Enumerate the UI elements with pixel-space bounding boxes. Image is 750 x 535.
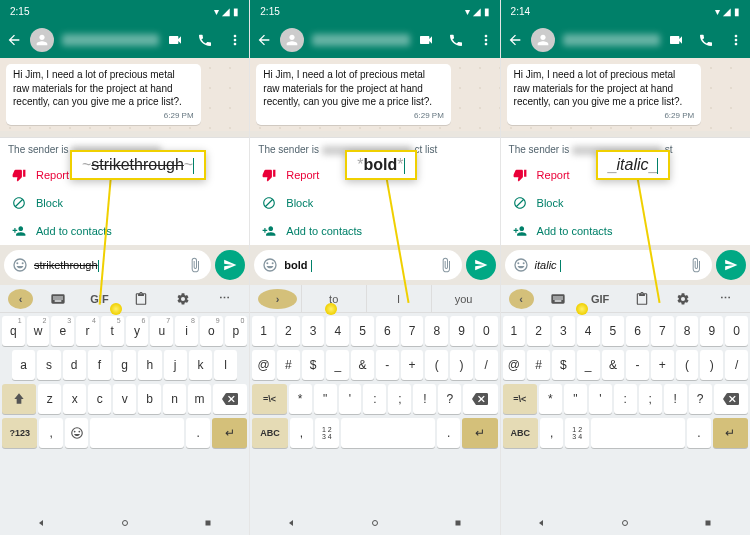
more-icon[interactable] <box>728 32 744 48</box>
enter-key[interactable]: ↵ <box>212 418 247 448</box>
video-call-icon[interactable] <box>418 32 434 48</box>
nav-home-icon[interactable] <box>619 517 631 529</box>
key[interactable]: ) <box>450 350 473 380</box>
key-8[interactable]: 8 <box>676 316 699 346</box>
key[interactable]: - <box>376 350 399 380</box>
attach-icon[interactable] <box>688 257 704 273</box>
key-q[interactable]: q1 <box>2 316 25 346</box>
key-7[interactable]: 7 <box>401 316 424 346</box>
nav-back-icon[interactable] <box>36 517 48 529</box>
key-1[interactable]: 1 <box>252 316 275 346</box>
attach-icon[interactable] <box>438 257 454 273</box>
key-0[interactable]: 0 <box>725 316 748 346</box>
key[interactable]: ? <box>438 384 461 414</box>
numpad-key[interactable]: 1 23 4 <box>315 418 339 448</box>
key[interactable]: z <box>38 384 61 414</box>
nav-back-icon[interactable] <box>286 517 298 529</box>
key[interactable]: & <box>602 350 625 380</box>
key-9[interactable]: 9 <box>700 316 723 346</box>
kb-more-icon[interactable]: ⋯ <box>704 285 746 312</box>
message-bubble[interactable]: Hi Jim, I need a lot of precious metal r… <box>507 64 702 125</box>
key[interactable]: ( <box>676 350 699 380</box>
period-key[interactable]: . <box>186 418 210 448</box>
key-3[interactable]: 3 <box>302 316 325 346</box>
key[interactable]: j <box>164 350 187 380</box>
send-button[interactable] <box>466 250 496 280</box>
key[interactable]: + <box>651 350 674 380</box>
key[interactable]: # <box>277 350 300 380</box>
key-5[interactable]: 5 <box>602 316 625 346</box>
suggestion[interactable]: I <box>366 285 431 312</box>
more-icon[interactable] <box>227 32 243 48</box>
comma-key[interactable]: , <box>290 418 314 448</box>
nav-home-icon[interactable] <box>119 517 131 529</box>
key[interactable]: * <box>289 384 312 414</box>
key[interactable]: $ <box>552 350 575 380</box>
avatar[interactable] <box>30 28 54 52</box>
key-9[interactable]: 9 <box>450 316 473 346</box>
key[interactable]: h <box>138 350 161 380</box>
key[interactable]: l <box>214 350 237 380</box>
kb-settings-icon[interactable] <box>162 285 204 312</box>
block-button[interactable]: Block <box>250 189 499 217</box>
avatar[interactable] <box>531 28 555 52</box>
add-contact-button[interactable]: Add to contacts <box>501 217 750 245</box>
kb-more-icon[interactable]: ⋯ <box>204 285 246 312</box>
key[interactable]: _ <box>577 350 600 380</box>
kb-clipboard-icon[interactable] <box>120 285 162 312</box>
key[interactable]: x <box>63 384 86 414</box>
message-bubble[interactable]: Hi Jim, I need a lot of precious metal r… <box>256 64 451 125</box>
contact-name[interactable] <box>563 34 660 46</box>
key[interactable]: ! <box>664 384 687 414</box>
key-u[interactable]: u7 <box>150 316 173 346</box>
space-key[interactable] <box>591 418 685 448</box>
emoji-key[interactable] <box>65 418 89 448</box>
key-o[interactable]: o9 <box>200 316 223 346</box>
kb-settings-icon[interactable] <box>663 285 705 312</box>
kb-collapse-icon[interactable]: ‹ <box>509 289 534 309</box>
key-w[interactable]: w2 <box>27 316 50 346</box>
backspace-key[interactable] <box>463 384 497 414</box>
backspace-key[interactable] <box>213 384 247 414</box>
enter-key[interactable]: ↵ <box>462 418 497 448</box>
key-4[interactable]: 4 <box>326 316 349 346</box>
back-icon[interactable] <box>507 32 523 48</box>
key[interactable]: " <box>314 384 337 414</box>
emoji-icon[interactable] <box>513 257 529 273</box>
key[interactable]: ) <box>700 350 723 380</box>
key[interactable]: b <box>138 384 161 414</box>
space-key[interactable] <box>90 418 184 448</box>
kb-expand-icon[interactable]: › <box>258 289 296 309</box>
key-2[interactable]: 2 <box>527 316 550 346</box>
key[interactable]: _ <box>326 350 349 380</box>
key[interactable]: + <box>401 350 424 380</box>
back-icon[interactable] <box>256 32 272 48</box>
key[interactable]: - <box>626 350 649 380</box>
key[interactable]: : <box>614 384 637 414</box>
key[interactable]: # <box>527 350 550 380</box>
key[interactable]: ; <box>639 384 662 414</box>
key[interactable]: $ <box>302 350 325 380</box>
kb-keyboard-icon[interactable] <box>538 285 580 312</box>
key-r[interactable]: r4 <box>76 316 99 346</box>
key[interactable]: : <box>363 384 386 414</box>
key[interactable]: ! <box>413 384 436 414</box>
key[interactable]: / <box>475 350 498 380</box>
key[interactable]: g <box>113 350 136 380</box>
send-button[interactable] <box>716 250 746 280</box>
key[interactable]: " <box>564 384 587 414</box>
kb-collapse-icon[interactable]: ‹ <box>8 289 33 309</box>
key-7[interactable]: 7 <box>651 316 674 346</box>
nav-recent-icon[interactable] <box>202 517 214 529</box>
comma-key[interactable]: , <box>39 418 63 448</box>
comma-key[interactable]: , <box>540 418 564 448</box>
symbol-toggle-key[interactable]: ?123 <box>2 418 37 448</box>
key[interactable]: k <box>189 350 212 380</box>
key[interactable]: @ <box>252 350 275 380</box>
symbols-more-key[interactable]: =\< <box>503 384 537 414</box>
symbol-toggle-key[interactable]: ABC <box>252 418 287 448</box>
voice-call-icon[interactable] <box>698 32 714 48</box>
block-button[interactable]: Block <box>501 189 750 217</box>
enter-key[interactable]: ↵ <box>713 418 748 448</box>
key[interactable]: n <box>163 384 186 414</box>
